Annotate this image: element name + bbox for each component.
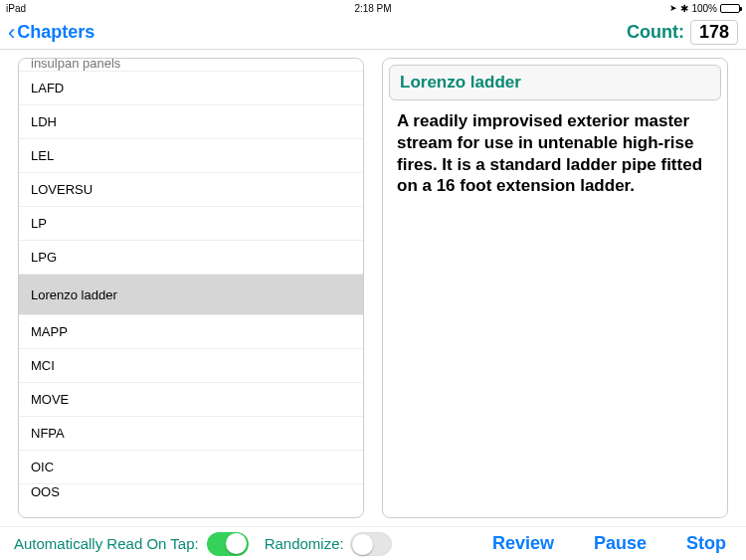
count-value: 178 [690,20,738,45]
device-label: iPad [6,3,26,14]
definition-panel: Lorenzo ladder A readily improvised exte… [382,58,728,518]
list-item[interactable]: LDH [19,105,363,139]
list-item[interactable]: NFPA [19,417,363,451]
auto-read-label: Automatically Read On Tap: [14,535,199,552]
term-definition: A readily improvised exterior master str… [383,100,727,197]
list-item[interactable]: LP [19,207,363,241]
chevron-left-icon: ‹ [8,24,15,42]
count-label: Count: [627,22,684,43]
list-item-selected[interactable]: Lorenzo ladder [19,275,363,315]
status-bar: iPad 2:18 PM ➤ ✱ 100% [0,0,746,16]
bottom-toolbar: Automatically Read On Tap: Randomize: Re… [0,526,746,560]
stop-button[interactable]: Stop [686,533,726,554]
auto-read-toggle[interactable] [207,532,249,556]
battery-icon [720,4,740,13]
list-item[interactable]: OIC [19,451,363,484]
randomize-label: Randomize: [265,535,344,552]
term-list-panel: insulpan panels LAFD LDH LEL LOVERSU LP … [18,58,364,518]
review-button[interactable]: Review [492,533,554,554]
list-item[interactable]: LOVERSU [19,173,363,207]
list-item[interactable]: MAPP [19,315,363,349]
term-title: Lorenzo ladder [389,65,721,100]
list-item[interactable]: OOS [19,484,363,497]
status-time: 2:18 PM [354,3,391,14]
pause-button[interactable]: Pause [594,533,647,554]
list-item[interactable]: LPG [19,241,363,275]
location-icon: ➤ [669,3,677,13]
bluetooth-icon: ✱ [680,3,688,14]
list-item[interactable]: LEL [19,139,363,173]
nav-header: ‹ Chapters Count: 178 [0,16,746,50]
list-item[interactable]: MOVE [19,383,363,417]
list-item[interactable]: insulpan panels [19,59,363,72]
term-list[interactable]: insulpan panels LAFD LDH LEL LOVERSU LP … [19,59,363,517]
randomize-toggle[interactable] [350,532,392,556]
list-item[interactable]: MCI [19,349,363,383]
list-item[interactable]: LAFD [19,72,363,105]
back-label: Chapters [17,22,94,43]
battery-pct: 100% [691,3,717,14]
back-button[interactable]: ‹ Chapters [8,22,94,43]
